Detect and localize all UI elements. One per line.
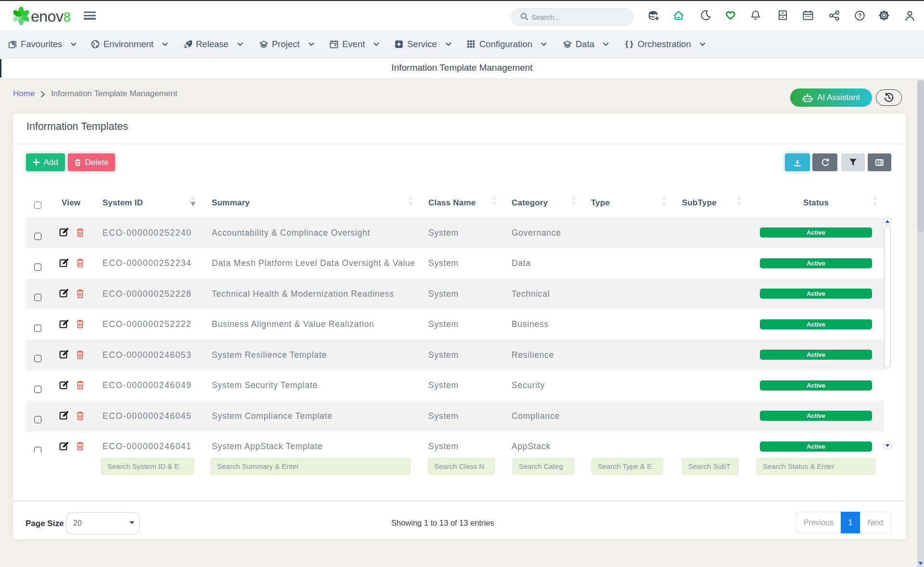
svg-text:?: ? bbox=[858, 12, 862, 19]
